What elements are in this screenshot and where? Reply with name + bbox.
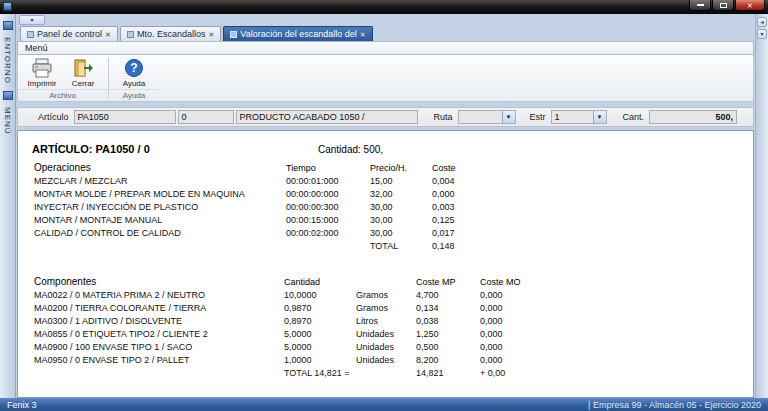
menu-icon[interactable] [3,91,13,100]
components-total-mo: + 0,00 [478,366,528,379]
statusbar-context: | Empresa 99 - Almacén 05 - Ejercicio 20… [588,400,761,410]
operation-coste: 0,003 [430,200,482,213]
tab-label: Panel de control [37,29,102,39]
group-label-ayuda: Ayuda [110,89,158,101]
spacer [284,239,368,252]
cant-field[interactable]: 500, [649,110,737,124]
quick-access-dropdown[interactable]: ▾ [19,15,45,25]
articulo-version-field[interactable]: 0 [178,110,234,124]
components-total-mp: 14,821 [414,366,478,379]
operation-precio: 30,00 [368,213,430,226]
component-coste-mo: 0,000 [478,327,528,340]
imprimir-label: Imprimir [28,79,57,88]
component-name: MA0900 / 100 ENVASE TIPO 1 / SACO [32,340,282,353]
printer-icon [31,58,53,78]
window-controls: ✕ [688,0,765,11]
filter-bar: Artículo PA1050 0 PRODUCTO ACABADO 1050 … [17,107,754,127]
component-coste-mp: 8,200 [414,353,478,366]
operation-precio: 30,00 [368,200,430,213]
tab-0[interactable]: Panel de control✕ [20,26,118,41]
ayuda-buttons: ? Ayuda [110,55,158,89]
close-button[interactable]: ✕ [735,0,765,11]
toolbar-separator [108,58,109,98]
imprimir-button[interactable]: Imprimir [23,57,61,89]
ayuda-button[interactable]: ? Ayuda [115,57,153,89]
operation-tiempo: 00:00:15:000 [284,213,368,226]
component-coste-mp: 0,500 [414,340,478,353]
estr-value: 1 [552,112,593,122]
tab-icon [127,31,134,38]
app-icon [3,2,12,11]
operation-coste: 0,125 [430,213,482,226]
components-total-label: TOTAL 14,821 = [282,366,414,379]
estr-dropdown-icon[interactable]: ▼ [593,111,606,123]
operation-name: MEZCLAR / MEZCLAR [32,174,284,187]
tab-1[interactable]: Mto. Escandallos✕ [120,26,221,41]
component-coste-mp: 0,134 [414,301,478,314]
title-bar[interactable]: ✕ [0,0,768,14]
dock-tab-menu[interactable]: MENÚ [3,107,12,135]
operation-row: MONTAR / MONTAJE MANUAL00:00:15:00030,00… [32,213,482,226]
dock-tab-entorno[interactable]: ENTORNO [3,37,12,84]
component-row: MA0855 / 0 ETIQUETA TIPO2 / CLIENTE 25,0… [32,327,528,340]
minimize-button[interactable] [689,0,711,11]
component-unidad: Unidades [354,353,414,366]
estr-select[interactable]: 1 ▼ [551,110,607,124]
tab-close-icon[interactable]: ✕ [360,31,366,38]
component-coste-mo: 0,000 [478,288,528,301]
col-precio: Precio/H. [368,161,430,174]
component-cantidad: 1,0000 [282,353,354,366]
pin-button[interactable]: ◂ [757,17,767,27]
component-cantidad: 0,8970 [282,314,354,327]
operation-name: INYECTAR / INYECCIÓN DE PLASTICO [32,200,284,213]
toolbar-group-archivo: Imprimir Cerrar Archivo [18,55,107,101]
tab-icon [27,31,34,38]
articulo-desc-field: PRODUCTO ACABADO 1050 / [236,110,418,124]
toolbar-group-ayuda: ? Ayuda Ayuda [110,55,158,101]
operation-tiempo: 00:00:01:000 [284,174,368,187]
right-dock-strip: ◂ ▾ [755,14,768,398]
operation-coste: 0,017 [430,226,482,239]
menu-item-menu[interactable]: Menú [25,43,48,53]
ruta-select[interactable]: ▼ [458,110,516,124]
component-cantidad: 5,0000 [282,327,354,340]
component-unidad: Gramos [354,301,414,314]
component-name: MA0855 / 0 ETIQUETA TIPO2 / CLIENTE 2 [32,327,282,340]
expand-button[interactable]: ▾ [757,29,767,39]
operations-header-row: Operaciones Tiempo Precio/H. Coste [32,161,482,174]
operation-name: CALIDAD / CONTROL DE CALIDAD [32,226,284,239]
tab-label: Valoración del escandallo del [240,29,356,39]
exit-door-icon [72,58,94,78]
component-name: MA0200 / TIERRA COLORANTE / TIERRA [32,301,282,314]
entorno-icon[interactable] [3,21,13,30]
operation-row: INYECTAR / INYECCIÓN DE PLASTICO00:00:00… [32,200,482,213]
operations-section-title: Operaciones [32,161,284,174]
component-cantidad: 5,0000 [282,340,354,353]
ruta-dropdown-icon[interactable]: ▼ [502,111,515,123]
maximize-button[interactable] [712,0,734,11]
component-unidad: Litros [354,314,414,327]
component-row: MA0300 / 1 ADITIVO / DISOLVENTE0,8970Lit… [32,314,528,327]
component-coste-mp: 4,700 [414,288,478,301]
ruta-label: Ruta [434,112,453,122]
tab-2[interactable]: Valoración del escandallo del✕ [223,26,372,41]
tab-close-icon[interactable]: ✕ [208,31,214,38]
component-row: MA0950 / 0 ENVASE TIPO 2 / PALLET1,0000U… [32,353,528,366]
component-unidad: Unidades [354,327,414,340]
tab-close-icon[interactable]: ✕ [105,31,111,38]
cerrar-button[interactable]: Cerrar [64,57,102,89]
operation-row: MEZCLAR / MEZCLAR00:00:01:00015,000,004 [32,174,482,187]
operation-name: MONTAR MOLDE / PREPAR MOLDE EN MAQUINA [32,187,284,200]
articulo-code-field[interactable]: PA1050 [74,110,176,124]
estr-label: Estr [530,112,546,122]
report-cantidad: Cantidad: 500, [318,144,383,155]
operations-total-value: 0,148 [430,239,482,252]
tab-icon [230,31,237,38]
statusbar-app-name: Fenix 3 [7,400,37,410]
operation-precio: 15,00 [368,174,430,187]
col-tiempo: Tiempo [284,161,368,174]
component-row: MA0200 / TIERRA COLORANTE / TIERRA0,9870… [32,301,528,314]
articulo-label: Artículo [38,112,69,122]
col-coste: Coste [430,161,482,174]
toolbar: Imprimir Cerrar Archivo [17,55,754,102]
